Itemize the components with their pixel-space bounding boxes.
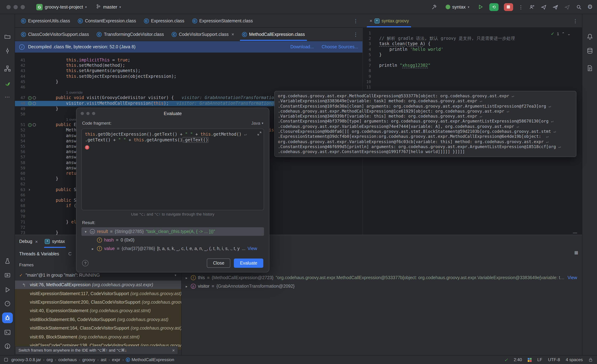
inspection-widget[interactable]: ✓ 1 ⌃ ⌄ [549, 31, 573, 37]
close-icon[interactable]: × [232, 32, 234, 37]
code-line[interactable]: 45 } [15, 79, 362, 85]
more-icon[interactable]: ⋮ [518, 4, 523, 10]
stop-button[interactable] [504, 3, 513, 11]
editor-tab[interactable]: CExpressionStatement.class [188, 14, 257, 27]
more-icon[interactable]: ⋮ [353, 18, 362, 24]
code-fragment-line[interactable]: this.getObjectExpression().getText() + "… [85, 132, 260, 137]
code-line[interactable]: 11 [363, 85, 582, 90]
prev-issue-icon[interactable]: ⌃ [561, 31, 565, 36]
stack-frame-row[interactable]: ↰visit:76, MethodCallExpression(org.code… [15, 280, 181, 289]
expand-chevron-icon[interactable]: ▸ [184, 276, 189, 280]
inlay-hint[interactable]: 1 override [46, 90, 83, 94]
result-row[interactable]: fhash = 0 (0x0) [81, 236, 264, 244]
stack-frame-row[interactable]: visitExpressionStatement:117, CodeVisito… [15, 289, 181, 298]
debug-window-tab[interactable]: *syntax [45, 235, 65, 248]
code-line[interactable]: 9 [363, 74, 582, 79]
code-line[interactable]: 10 [363, 79, 582, 84]
code-line[interactable]: 4 println 'hello world' [363, 47, 582, 52]
editor-tab[interactable]: × * syntax.groovy [365, 14, 413, 27]
variable-row[interactable]: ▸fthis = {MethodCallExpression@2723} "or… [181, 273, 582, 282]
download-link[interactable]: Download... [290, 44, 314, 49]
profiler-tool-button[interactable] [0, 297, 15, 310]
breadcrumb[interactable]: groovy-3.0.8.jar›org›codehaus›groovy›ast… [11, 357, 174, 362]
view-link[interactable]: View [567, 275, 577, 280]
result-row[interactable]: ▸fvalue = {char[37]@2786} [t, a, s, k, _… [81, 244, 264, 253]
hammer-icon[interactable] [431, 4, 437, 10]
editor-tab[interactable]: CTransformingCodeVisitor.class [93, 28, 168, 41]
search-icon[interactable] [576, 4, 582, 10]
breadcrumb-item[interactable]: CMethodCallExpression [126, 357, 174, 362]
seedling-plugin-icon[interactable] [0, 77, 15, 90]
code-line[interactable]: 8 [363, 68, 582, 74]
next-issue-icon[interactable]: ⌄ [567, 31, 571, 36]
expand-chevron-icon[interactable]: ▸ [91, 247, 95, 251]
code-line[interactable]: 46 [15, 85, 362, 90]
rerun-debug-button[interactable]: ⟲ [489, 3, 499, 11]
file-encoding[interactable]: UTF-8 [548, 357, 560, 362]
code-line[interactable]: 6 [363, 58, 582, 63]
expand-chevron-icon[interactable]: ▾ [84, 230, 88, 233]
editor-tab[interactable]: CExpressionUtils.class [17, 14, 74, 27]
branch-widget[interactable]: master ▾ [93, 3, 124, 11]
terminal-tool-button[interactable] [0, 326, 15, 339]
flask-tool-button[interactable] [0, 254, 15, 268]
expand-icon[interactable] [257, 131, 261, 137]
code-line[interactable]: 43 this.setArguments(arguments); [15, 68, 362, 74]
colored-grid-icon[interactable] [528, 358, 532, 362]
share-icon[interactable] [541, 4, 547, 10]
maximize-window-icon[interactable] [92, 112, 95, 115]
evaluate-button[interactable]: Evaluate [234, 258, 263, 268]
settings-gear-icon[interactable]: ⚙ [587, 3, 593, 11]
code-line[interactable]: 44 this.setObjectExpression(objectExpres… [15, 74, 362, 79]
expand-chevron-icon[interactable]: ▸ [184, 284, 189, 288]
run-tool-button[interactable] [0, 283, 15, 296]
close-button[interactable]: Close [207, 258, 230, 268]
run-button[interactable] [478, 4, 484, 10]
result-row[interactable]: ▾∞result = {String@2785} "task_clean_(th… [81, 227, 264, 236]
override-marker-icon[interactable]: ↑ [28, 123, 32, 127]
breadcrumb-item[interactable]: groovy-3.0.8.jar [11, 357, 41, 362]
code-line[interactable]: 7println "xhsgg12302" [363, 63, 582, 68]
debug-window-tab[interactable]: Debug× [19, 235, 38, 248]
code-line[interactable]: 2// 解析 gradle 语法, 默认 groovy 是支持, 只是需要进一步… [363, 36, 582, 41]
debug-tool-button[interactable] [0, 311, 15, 325]
code-line[interactable]: 42 this.setMethod(method); [15, 63, 362, 68]
structure-tool-button[interactable] [0, 62, 15, 75]
minimize-window-icon[interactable] [86, 112, 90, 115]
choose-sources-link[interactable]: Choose Sources... [322, 44, 358, 49]
editor-tab[interactable]: CCodeVisitorSupport.class× [168, 28, 238, 41]
project-widget[interactable]: G groovy-test-project ▾ [33, 3, 90, 11]
editor-tab[interactable]: CClassCodeVisitorSupport.class [17, 28, 93, 41]
dialog-traffic-lights[interactable] [81, 112, 95, 115]
breadcrumb-item[interactable]: groovy [82, 357, 95, 362]
indent-setting[interactable]: 4 spaces [566, 357, 583, 362]
maximize-window-icon[interactable] [21, 5, 25, 9]
breadcrumb-item[interactable]: org [47, 357, 53, 362]
database-tool-button[interactable] [582, 44, 597, 58]
traffic-lights[interactable] [6, 5, 25, 9]
view-link[interactable]: View [248, 246, 257, 251]
close-icon[interactable]: × [35, 239, 38, 244]
dialog-header[interactable]: Evaluate [76, 108, 269, 119]
stack-frame-row[interactable]: visit:40, ExpressionStatement(org.codeha… [15, 306, 181, 315]
commit-tool-button[interactable] [0, 44, 15, 58]
code-line[interactable]: 5} [363, 52, 582, 58]
code-fragment-editor[interactable]: this.getObjectExpression().getText() + "… [81, 129, 264, 210]
evaluate-dialog[interactable]: Evaluate Code fragment: Java ▾ this.getO… [76, 108, 269, 272]
run-config-widget[interactable]: syntax ▾ [443, 3, 472, 11]
implement-marker-icon[interactable] [33, 124, 36, 127]
cursor-position[interactable]: 2:40 [514, 357, 522, 362]
hide-icon[interactable]: — [573, 230, 577, 235]
document-tool-button[interactable] [582, 62, 597, 75]
code-line[interactable]: 41 this.implicitThis = true; [15, 58, 362, 63]
close-icon[interactable]: × [172, 348, 175, 353]
override-marker-icon[interactable]: ↑ [28, 101, 32, 105]
problems-tool-button[interactable] [0, 340, 15, 353]
more-icon[interactable]: ⋮ [353, 31, 362, 37]
share-icon[interactable] [552, 4, 559, 10]
editor-tab[interactable]: CExpression.class [140, 14, 188, 27]
code-line[interactable]: 3task clean(type A) { [363, 41, 582, 47]
editor-tab[interactable]: CMethodCallExpression.class [238, 28, 309, 41]
stack-frame-row[interactable]: visitBlockStatement:86, CodeVisitorSuppo… [15, 315, 181, 324]
services-tool-button[interactable] [0, 269, 15, 282]
